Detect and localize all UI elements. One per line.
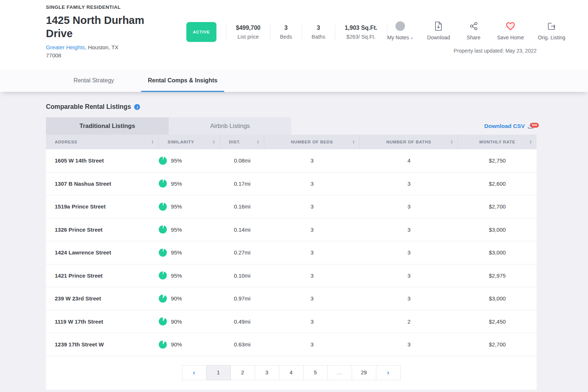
stat-baths: 3 Baths [302,25,335,40]
listing-tabs: Traditional Listings Airbnb Listings [46,117,291,135]
share-button[interactable]: Share [464,21,483,40]
pagination-page-1[interactable]: 1 [206,365,231,380]
row-distance: 0.27mi [220,249,264,256]
row-beds: 3 [264,341,360,348]
row-distance: 0.63mi [220,341,264,348]
heart-icon [506,21,515,32]
similarity-pie-icon [159,271,167,279]
zip-code: 77008 [46,51,160,60]
stat-beds: 3 Beds [270,25,302,40]
row-similarity: 90% [159,341,220,349]
row-similarity: 90% [159,295,220,303]
comps-table-header: ADDRESS ▲▼ SIMILARITY ▲▼ DIST. ▲▼ NUMBER… [46,135,537,149]
table-row[interactable]: 1239 17th Street W90%0.63mi33$2,700 [46,333,537,356]
pagination-prev-button[interactable]: ‹ [182,365,207,380]
save-home-button[interactable]: Save Home [497,21,524,40]
row-monthly-rate: $2,700 [458,341,537,348]
similarity-pie-icon [159,203,167,211]
similarity-pie-icon [159,295,167,303]
property-stats-block: ACTIVE $499,700 List price 3 Beds 3 Bath… [186,22,387,42]
row-similarity-value: 95% [171,249,182,256]
table-row[interactable]: 1424 Lawrence Street95%0.27mi33$3,000 [46,241,537,264]
col-header-beds[interactable]: NUMBER OF BEDS ▲▼ [264,135,360,149]
download-button[interactable]: Download [427,21,450,40]
pagination-next-button[interactable]: › [376,365,401,380]
sort-icon: ▲▼ [151,140,154,144]
info-icon[interactable]: i [134,104,140,110]
col-header-monthly-rate[interactable]: MONTHLY RATE ▲▼ [458,135,537,149]
download-csv-button[interactable]: Download CSV 500 [484,122,537,130]
pagination-page-5[interactable]: 5 [303,365,328,380]
main-content: Comparable Rental Listings i Traditional… [0,92,588,392]
property-summary: SINGLE FAMILY RESIDENTIAL 1425 North Dur… [46,4,160,60]
row-similarity-value: 95% [171,203,182,210]
sort-icon: ▲▼ [257,140,259,144]
row-address: 1239 17th Street W [46,341,159,348]
tab-rental-comps-insights[interactable]: Rental Comps & Insights [141,70,224,92]
row-distance: 0.97mi [220,295,264,302]
pagination-page-29[interactable]: 29 [352,365,376,380]
download-file-icon [434,21,443,32]
pagination: ‹ 12345...29 › [46,356,537,390]
pagination-page-3[interactable]: 3 [255,365,279,380]
header-actions: My Notes∨ Download [387,21,566,40]
row-beds: 3 [264,181,360,187]
page: SINGLE FAMILY RESIDENTIAL 1425 North Dur… [0,0,588,392]
pagination-pages: 12345...29 [207,365,376,380]
tab-rental-strategy[interactable]: Rental Strategy [67,70,121,92]
row-monthly-rate: $2,975 [458,272,537,279]
comps-table-body: 1605 W 14th Street95%0.08mi34$2,7501307 … [46,149,537,356]
row-monthly-rate: $2,750 [458,157,537,164]
row-baths: 3 [360,249,458,256]
property-title: 1425 North Durham Drive [46,14,160,40]
table-row[interactable]: 1307 B Nashua Street95%0.17mi33$2,600 [46,172,537,196]
row-baths: 2 [360,318,458,325]
row-address: 1119 W 17th Street [46,318,159,325]
sort-icon: ▲▼ [451,140,453,144]
my-notes-button[interactable]: My Notes∨ [387,21,413,40]
row-address: 239 W 23rd Street [46,295,159,302]
col-header-baths[interactable]: NUMBER OF BATHS ▲▼ [360,135,458,149]
table-row[interactable]: 1326 Prince Street95%0.14mi33$3,000 [46,218,537,242]
row-beds: 3 [264,203,360,210]
row-similarity-value: 95% [171,227,182,233]
tab-traditional-listings[interactable]: Traditional Listings [46,117,169,135]
table-row[interactable]: 239 W 23rd Street90%0.97mi33$3,000 [46,287,537,310]
table-row[interactable]: 1421 Prince Street95%0.10mi33$2,975 [46,264,537,288]
stat-list-price: $499,700 List price [226,25,270,40]
row-monthly-rate: $2,700 [458,203,537,210]
row-monthly-rate: $2,600 [458,181,537,187]
row-similarity: 90% [159,317,220,325]
tab-airbnb-listings[interactable]: Airbnb Listings [169,117,291,135]
pagination-page-2[interactable]: 2 [230,365,255,380]
row-baths: 3 [360,227,458,233]
avatar-circle-icon [395,21,405,31]
orig-listing-button[interactable]: Orig. Listing [538,21,566,40]
table-row[interactable]: 1519a Prince Street95%0.16mi33$2,700 [46,195,537,218]
pagination-ellipsis[interactable]: ... [327,365,352,380]
row-similarity-value: 95% [171,157,182,164]
sort-icon: ▲▼ [529,140,532,144]
table-row[interactable]: 1605 W 14th Street95%0.08mi34$2,750 [46,149,537,172]
col-header-address[interactable]: ADDRESS ▲▼ [46,135,159,149]
row-distance: 0.49mi [220,318,264,325]
row-beds: 3 [264,318,360,325]
col-header-dist[interactable]: DIST. ▲▼ [220,135,264,149]
row-beds: 3 [264,249,360,256]
stat-sqft: 1,903 Sq.Ft. $263/ Sq.Ft. [335,25,387,40]
row-baths: 3 [360,181,458,187]
row-similarity: 95% [159,157,220,165]
row-baths: 3 [360,295,458,302]
table-row[interactable]: 1119 W 17th Street90%0.49mi32$2,450 [46,310,537,334]
page-tabbar: Rental Strategy Rental Comps & Insights [0,70,588,92]
neighborhood-link[interactable]: Greater Heights, [46,44,86,50]
row-monthly-rate: $3,000 [458,227,537,233]
status-badge: ACTIVE [186,22,216,42]
listing-tabs-row: Traditional Listings Airbnb Listings Dow… [46,117,537,135]
row-monthly-rate: $3,000 [458,249,537,256]
row-similarity-value: 90% [171,341,182,348]
similarity-pie-icon [159,157,167,165]
row-similarity-value: 95% [171,181,182,187]
col-header-similarity[interactable]: SIMILARITY ▲▼ [159,135,220,149]
pagination-page-4[interactable]: 4 [279,365,304,380]
